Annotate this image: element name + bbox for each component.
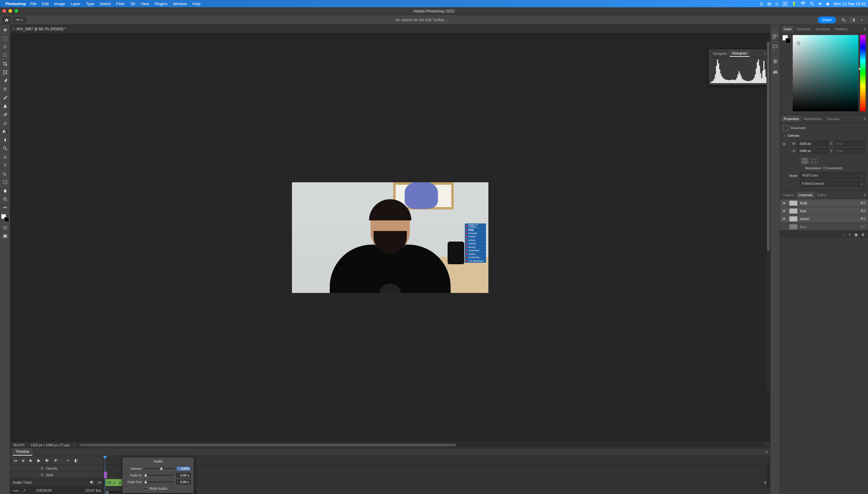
color-field[interactable] xyxy=(793,35,858,111)
status-chevron-icon[interactable]: 〉 xyxy=(74,443,77,447)
mute-checkbox[interactable] xyxy=(144,487,147,490)
eye-icon[interactable]: 👁 xyxy=(783,209,787,213)
panel-menu-icon[interactable]: ≡ xyxy=(864,193,867,197)
gradient-tool[interactable] xyxy=(1,128,9,135)
timeline-tab[interactable]: Timeline xyxy=(13,448,32,456)
expand-icon[interactable]: » xyxy=(765,52,767,55)
speaker-icon[interactable] xyxy=(90,480,94,484)
menu-filter[interactable]: Filter xyxy=(116,1,125,6)
libraries-dock-icon[interactable] xyxy=(772,33,778,40)
volume-slider[interactable] xyxy=(144,468,174,469)
properties-tab[interactable]: Properties xyxy=(781,115,801,122)
home-button[interactable] xyxy=(2,16,11,24)
close-window-button[interactable] xyxy=(2,9,6,13)
split-clip-button[interactable]: ✂ xyxy=(65,458,71,462)
timecode[interactable]: 0;00;00;00 xyxy=(36,489,52,492)
hue-slider[interactable] xyxy=(860,35,866,111)
link-dimensions-icon[interactable]: ⧉ xyxy=(783,139,786,146)
track-style-row[interactable]: ◔ Style xyxy=(10,472,104,478)
play-circle-icon[interactable]: ⊙ xyxy=(775,1,778,6)
channel-row-blue[interactable]: Blue ⌘5 xyxy=(780,223,868,231)
panel-menu-icon[interactable]: ≡ xyxy=(864,27,867,31)
histogram-dock-icon[interactable] xyxy=(772,68,778,75)
height-input[interactable]: 1080 px xyxy=(797,148,828,154)
next-frame-button[interactable]: |▶ xyxy=(36,458,41,462)
first-frame-button[interactable]: |◂ xyxy=(13,458,18,462)
menu-plugins[interactable]: Plugins xyxy=(155,1,168,6)
menu-file[interactable]: File xyxy=(30,1,37,6)
audio-track-row[interactable]: Audio Track ♫▾ xyxy=(10,478,104,487)
menu-layer[interactable]: Layer xyxy=(71,1,80,6)
timeline-scrollbar[interactable] xyxy=(767,465,769,487)
disk-icon[interactable]: ▤ xyxy=(767,1,771,6)
mute-button[interactable] xyxy=(45,459,50,462)
play-button[interactable]: ▶ xyxy=(28,458,33,462)
zoom-tool[interactable] xyxy=(1,195,9,203)
prev-frame-button[interactable]: ◂| xyxy=(21,458,25,462)
menu-type[interactable]: Type xyxy=(86,1,94,6)
menu-3d[interactable]: 3D xyxy=(130,1,135,6)
zoom-window-button[interactable] xyxy=(15,9,18,13)
marquee-tool[interactable] xyxy=(1,35,9,42)
move-tool[interactable] xyxy=(1,26,9,34)
stamp-tool[interactable] xyxy=(1,102,9,110)
orientation-landscape-button[interactable] xyxy=(810,158,817,164)
menu-select[interactable]: Select xyxy=(100,1,111,6)
eye-icon[interactable]: 👁 xyxy=(783,217,787,221)
document-tab-title[interactable]: MVI_0967 @ 66,7% (RGB/8) * xyxy=(17,27,66,31)
quick-select-tool[interactable] xyxy=(1,51,9,59)
color-tab[interactable]: Color xyxy=(781,26,794,32)
chevron-down-icon[interactable]: ▾ xyxy=(858,17,866,23)
eyedropper-tool[interactable] xyxy=(1,77,9,84)
layers-tab[interactable]: Layers xyxy=(781,192,796,198)
audio-clip[interactable]: ES...y ▸ xyxy=(105,479,122,486)
app-name[interactable]: Photoshop xyxy=(5,1,26,6)
fg-bg-swatch[interactable] xyxy=(783,35,791,43)
new-channel-icon[interactable]: ▣ xyxy=(854,232,858,237)
type-tool[interactable]: T xyxy=(1,162,9,169)
clip-menu-icon[interactable]: ▸ xyxy=(119,481,121,484)
brush-tool[interactable] xyxy=(1,94,9,101)
navigator-tab[interactable]: Navigator xyxy=(711,51,730,57)
menu-image[interactable]: Image xyxy=(54,1,65,6)
healing-tool[interactable] xyxy=(1,85,9,93)
canvas-section-toggle[interactable]: ⌄ Canvas xyxy=(783,133,865,137)
load-selection-icon[interactable]: ◌ xyxy=(842,232,845,237)
track-opacity-row[interactable]: ◔ Opacity xyxy=(10,465,104,472)
siri-icon[interactable]: ◉ xyxy=(826,1,829,6)
fg-bg-swatch[interactable] xyxy=(1,214,9,222)
cc-cloud-icon[interactable]: ◎ xyxy=(760,1,763,6)
canvas-scrollbar-horizontal[interactable] xyxy=(80,443,764,447)
volume-input[interactable]: 100% xyxy=(176,466,191,471)
wheel-dock-icon[interactable] xyxy=(772,58,778,65)
fade-in-input[interactable]: 0,00 s xyxy=(176,473,191,478)
lasso-tool[interactable] xyxy=(1,43,9,51)
fade-out-input[interactable]: 0,00 s xyxy=(176,479,191,484)
panel-menu-icon[interactable]: ≡ xyxy=(766,450,768,454)
hand-tool[interactable] xyxy=(1,187,9,195)
mode-dropdown[interactable]: RGB Color ⌄ xyxy=(800,172,865,179)
share-button[interactable]: Share xyxy=(818,17,836,23)
crop-tool[interactable] xyxy=(1,60,9,68)
minimize-window-button[interactable] xyxy=(8,9,12,13)
menu-edit[interactable]: Edit xyxy=(42,1,49,6)
path-select-tool[interactable] xyxy=(1,170,9,178)
edit-toolbar[interactable]: ••• xyxy=(1,204,9,212)
clock[interactable]: Mon 12 Sep 15.43 xyxy=(833,1,866,6)
histogram-tab[interactable]: Histogram xyxy=(730,50,750,57)
panel-menu-icon[interactable]: ≡ xyxy=(864,117,867,121)
paths-tab[interactable]: Paths xyxy=(815,192,828,198)
adjustments-tab[interactable]: Adjustments xyxy=(801,115,825,122)
bits-dropdown[interactable]: 8 Bits/Channel ⌄ xyxy=(800,180,865,187)
quick-mask-toggle[interactable] xyxy=(1,224,9,232)
width-input[interactable]: 1920 px xyxy=(797,141,828,146)
trash-icon[interactable]: 🗑 xyxy=(861,232,865,237)
doc-dimensions[interactable]: 1920 px x 1080 px (72 ppi) xyxy=(31,443,70,447)
menu-window[interactable]: Window xyxy=(173,1,187,6)
keyboard-icon[interactable]: A xyxy=(783,2,787,6)
channels-tab[interactable]: Channels xyxy=(796,192,815,198)
shape-tool[interactable] xyxy=(1,178,9,186)
eraser-tool[interactable] xyxy=(1,119,9,127)
settings-gear-icon[interactable]: ✻ xyxy=(53,458,58,462)
libraries-tab[interactable]: Libraries xyxy=(825,115,842,122)
